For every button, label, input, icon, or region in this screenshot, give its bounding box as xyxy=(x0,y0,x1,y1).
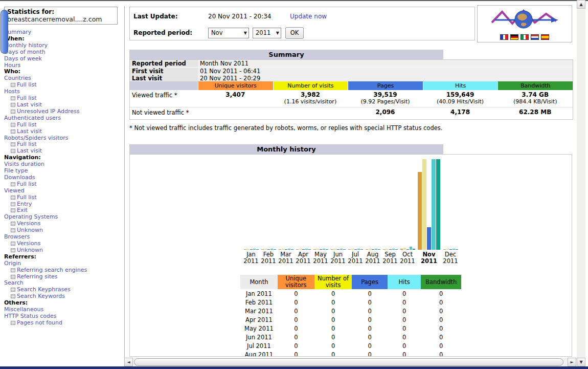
axis-label-year: 2011 xyxy=(312,258,329,265)
value-cell: 0 xyxy=(278,350,314,357)
list-icon xyxy=(11,248,15,252)
flag-netherlands-icon[interactable] xyxy=(531,34,539,40)
chart-bar-number-of-visits xyxy=(299,249,302,250)
value-cell: 0 xyxy=(421,315,461,324)
sidebar-item-full-list[interactable]: Full list xyxy=(4,82,124,89)
axis-label-feb-2011: Feb2011 xyxy=(260,251,277,265)
chevron-down-icon: ▼ xyxy=(276,28,279,38)
axis-label-dec-2011: Dec2011 xyxy=(442,251,459,265)
axis-label-year: 2011 xyxy=(295,258,312,265)
chart-bar-hits xyxy=(453,249,455,250)
sidebar-item-hours[interactable]: Hours xyxy=(4,62,124,69)
table-row: Apr 201100000 xyxy=(240,315,461,324)
list-icon xyxy=(11,321,15,325)
flag-spain-icon[interactable] xyxy=(541,34,549,40)
not-viewed-traffic-row: Not viewed traffic * 2,0964,17862.28 MB xyxy=(130,107,573,119)
vertical-scrollbar-thumb[interactable] xyxy=(1,10,8,54)
sidebar-item-label: Full list xyxy=(17,141,36,147)
chart-bar-pages xyxy=(354,249,357,250)
value-cell: 0 xyxy=(278,298,314,307)
chart-month-group xyxy=(295,249,312,250)
chart-bar-number-of-visits xyxy=(403,248,406,250)
chart-bar-hits xyxy=(253,249,256,250)
chart-bar-unique-visitors xyxy=(279,249,281,250)
scroll-up-button[interactable]: ▲ xyxy=(577,0,585,9)
list-icon xyxy=(11,222,15,226)
monthly-column-header-month: Month xyxy=(240,275,278,289)
chart-bar-hits xyxy=(305,249,308,250)
sidebar-item-label: Last visit xyxy=(17,147,42,154)
value-cell: 0 xyxy=(388,350,421,357)
update-now-link[interactable]: Update now xyxy=(290,13,327,20)
chart-bar-number-of-visits xyxy=(422,159,426,250)
chevron-down-icon: ▼ xyxy=(244,28,247,38)
sidebar-item-label: Full list xyxy=(17,81,36,88)
flag-germany-icon[interactable] xyxy=(510,34,518,40)
summary-column-headers: Unique visitorsNumber of visitsPagesHits… xyxy=(130,81,573,90)
chart-bar-bandwidth xyxy=(343,249,346,250)
sidebar-item-label: Hosts xyxy=(4,88,20,95)
flag-france-icon[interactable] xyxy=(500,34,508,40)
sidebar-item-label: File type xyxy=(4,167,28,174)
chart-bar-unique-visitors xyxy=(443,249,446,250)
value-cell: 0 xyxy=(421,333,461,341)
viewed-traffic-cell: 3,407 xyxy=(198,90,273,107)
month-cell: May 2011 xyxy=(240,324,278,333)
scroll-left-button[interactable]: ◄ xyxy=(124,358,133,366)
monthly-column-header-pages: Pages xyxy=(352,275,387,289)
sidebar-section-header-referrers: Referrers: xyxy=(4,254,124,261)
sidebar-item-days-of-week[interactable]: Days of week xyxy=(4,56,124,62)
flag-italy-icon[interactable] xyxy=(521,34,529,40)
list-icon xyxy=(11,83,15,87)
chart-month-group xyxy=(381,249,399,250)
scroll-down-button[interactable]: ▼ xyxy=(577,358,585,366)
list-icon xyxy=(11,288,15,292)
vertical-scrollbar[interactable]: ▲ xyxy=(577,0,585,366)
chart-bar-bandwidth xyxy=(326,249,328,250)
window-top-edge xyxy=(0,0,588,1)
value-cell: 0 xyxy=(421,341,461,350)
chart-bar-unique-visitors xyxy=(366,249,368,250)
scroll-right-button[interactable]: ► xyxy=(568,358,576,366)
chart-bar-hits xyxy=(375,249,377,250)
sidebar-item-label: HTTP Status codes xyxy=(4,313,56,319)
sidebar-item-label: Origin xyxy=(4,260,21,267)
traffic-value: 3,407 xyxy=(198,91,273,98)
axis-label-year: 2011 xyxy=(442,258,459,265)
horizontal-scrollbar[interactable]: ◄ ► xyxy=(124,358,576,366)
table-row: Aug 201100000 xyxy=(240,350,461,357)
chart-month-group xyxy=(442,249,459,250)
statistics-for-box: Statistics for: breastcancerremoval....z… xyxy=(4,7,118,25)
chart-bar-hits xyxy=(410,247,412,250)
list-icon xyxy=(11,110,15,114)
month-select[interactable]: Nov▼ xyxy=(208,28,249,38)
year-select[interactable]: 2011▼ xyxy=(253,28,281,38)
horizontal-scrollbar-thumb[interactable] xyxy=(134,358,563,366)
chart-bar-bandwidth xyxy=(395,249,398,250)
column-header-number-of-visits: Number of visits xyxy=(273,81,348,90)
value-cell: 0 xyxy=(352,341,387,350)
chart-bar-hits xyxy=(323,249,325,250)
chart-month-group xyxy=(277,249,295,250)
viewed-traffic-cell: 3.74 GB(984.4 KB/Visit) xyxy=(497,90,573,107)
chart-bar-unique-visitors xyxy=(261,249,264,250)
monthly-history-table: MonthUnique visitorsNumber of visitsPage… xyxy=(240,275,461,357)
list-icon xyxy=(11,242,15,246)
table-row: Mar 201100000 xyxy=(240,307,461,315)
ok-button[interactable]: OK xyxy=(285,27,304,39)
chart-bar-hits xyxy=(270,249,273,250)
value-cell: 0 xyxy=(352,324,387,333)
month-cell: Apr 2011 xyxy=(240,315,278,324)
summary-info-row: First visit01 Nov 2011 - 06:41 xyxy=(130,67,573,74)
table-row: Jan 201100000 xyxy=(240,289,461,298)
value-cell: 0 xyxy=(388,307,421,315)
chart-bar-number-of-visits xyxy=(446,249,449,250)
list-icon xyxy=(11,202,15,206)
chart-bar-unique-visitors xyxy=(244,249,246,250)
sidebar-item-label: Visits duration xyxy=(4,161,44,167)
sidebar-item-label: Who: xyxy=(4,68,20,75)
chart-bar-hits xyxy=(340,249,343,250)
sidebar-item-pages-not-found[interactable]: Pages not found xyxy=(4,320,124,327)
chart-bar-bandwidth xyxy=(274,249,276,250)
chart-bar-unique-visitors xyxy=(400,249,403,250)
